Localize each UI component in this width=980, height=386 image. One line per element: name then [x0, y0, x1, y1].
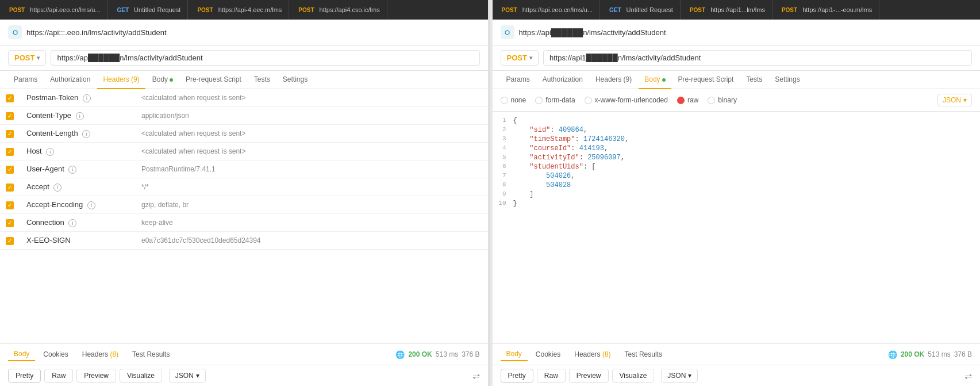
left-nav-tests[interactable]: Tests [248, 71, 276, 89]
right-tab-2[interactable]: GET Untitled Request [600, 0, 681, 20]
left-bottom-headers[interactable]: Headers (8) [76, 348, 124, 361]
row-checkbox-8[interactable]: ✓ [6, 237, 14, 245]
left-tab-3[interactable]: POST https://api-4.eec.m/lms [188, 0, 289, 20]
left-fmt-pretty[interactable]: Pretty [8, 369, 41, 383]
line-content-3: "timeStamp": 1724146320, [513, 135, 629, 143]
right-opt-none-label: none [511, 96, 526, 104]
right-tabs-bar: POST https://api.eeo.cn/lms/u... GET Unt… [493, 0, 981, 20]
info-icon-1[interactable]: i [76, 112, 84, 120]
row-checkbox-3[interactable]: ✓ [6, 148, 14, 156]
left-tab-4-method: POST [296, 6, 316, 14]
line-content-7: 504026, [513, 172, 575, 180]
left-status-ms: 513 ms [436, 350, 458, 358]
left-method-select[interactable]: POST ▾ [8, 50, 46, 66]
right-opt-urlencoded[interactable]: x-www-form-urlencoded [585, 96, 668, 104]
right-nav-headers[interactable]: Headers (9) [590, 71, 637, 89]
right-wrap-icon[interactable]: ⇌ [964, 370, 972, 381]
right-opt-raw[interactable]: raw [677, 96, 698, 104]
line-num-3: 3 [493, 135, 513, 142]
left-nav-pre-request[interactable]: Pre-request Script [180, 71, 247, 89]
info-icon-4[interactable]: i [68, 166, 76, 174]
table-row: ✓ Connection i keep-alive [0, 214, 488, 232]
left-bottom-cookies[interactable]: Cookies [37, 348, 74, 361]
code-line-10: 10 } [493, 199, 981, 208]
line-content-2: "sid": 409864, [513, 126, 588, 134]
left-nav-settings[interactable]: Settings [277, 71, 313, 89]
right-fmt-pretty[interactable]: Pretty [501, 369, 533, 383]
code-line-1: 1 { [493, 116, 981, 125]
left-request-bar: POST ▾ [0, 45, 488, 71]
left-fmt-visualize[interactable]: Visualize [120, 369, 162, 383]
right-tab-1[interactable]: POST https://api.eeo.cn/lms/u... [493, 0, 601, 20]
left-nav-authorization[interactable]: Authorization [44, 71, 96, 89]
right-json-select[interactable]: JSON ▾ [661, 369, 698, 383]
right-method-select[interactable]: POST ▾ [501, 50, 539, 66]
left-tab-2-method: GET [115, 6, 132, 14]
left-nav-headers[interactable]: Headers (9) [97, 71, 145, 89]
right-bottom-cookies[interactable]: Cookies [530, 348, 566, 361]
info-icon-6[interactable]: i [87, 201, 95, 209]
right-bottom-body[interactable]: Body [501, 347, 528, 361]
info-icon-2[interactable]: i [82, 130, 90, 138]
left-fmt-preview[interactable]: Preview [76, 369, 116, 383]
right-json-badge[interactable]: JSON ▾ [937, 94, 972, 106]
line-num-10: 10 [493, 200, 513, 207]
left-fmt-raw[interactable]: Raw [44, 369, 73, 383]
left-status-group: 🌐 200 OK 513 ms 376 B [395, 350, 479, 359]
info-icon-3[interactable]: i [46, 148, 54, 156]
table-row: ✓ Host i <calculated when request is sen… [0, 143, 488, 160]
code-line-7: 7 504026, [493, 171, 981, 181]
row-checkbox-6[interactable]: ✓ [6, 201, 14, 209]
left-globe-icon: 🌐 [395, 350, 405, 359]
right-nav-pre-request[interactable]: Pre-request Script [672, 71, 740, 89]
right-nav-tests[interactable]: Tests [740, 71, 768, 89]
row-checkbox-4[interactable]: ✓ [6, 166, 14, 174]
left-tab-2[interactable]: GET Untitled Request [108, 0, 189, 20]
right-opt-form-data[interactable]: form-data [535, 96, 575, 104]
left-bottom-body[interactable]: Body [8, 347, 35, 361]
table-row: ✓ User-Agent i PostmanRuntime/7.41.1 [0, 160, 488, 178]
row-checkbox-2[interactable]: ✓ [6, 130, 14, 138]
right-radio-none [501, 97, 508, 104]
row-checkbox-5[interactable]: ✓ [6, 184, 14, 192]
row-checkbox-1[interactable]: ✓ [6, 112, 14, 120]
right-nav-settings[interactable]: Settings [769, 71, 805, 89]
line-num-8: 8 [493, 181, 513, 188]
left-wrap-icon[interactable]: ⇌ [472, 370, 480, 381]
right-tab-4[interactable]: POST https://api1-...-eou.m/lms [773, 0, 879, 20]
table-row: ✓ Content-Length i <calculated when requ… [0, 125, 488, 143]
right-code-editor[interactable]: 1 { 2 "sid": 409864, 3 "timeStamp": 1724… [493, 112, 981, 343]
row-checkbox-7[interactable]: ✓ [6, 219, 14, 227]
left-json-select[interactable]: JSON ▾ [169, 369, 206, 383]
right-tab-4-method: POST [779, 6, 800, 14]
right-bottom-test-results[interactable]: Test Results [619, 348, 668, 361]
row-checkbox-0[interactable]: ✓ [6, 94, 14, 102]
left-url-input[interactable] [51, 50, 479, 66]
right-url-input[interactable] [543, 50, 972, 66]
left-nav-params[interactable]: Params [8, 71, 43, 89]
info-icon-5[interactable]: i [53, 184, 62, 192]
left-tab-1[interactable]: POST https://api.eeo.cn/lms/u... [0, 0, 108, 20]
right-opt-none[interactable]: none [501, 96, 526, 104]
code-line-3: 3 "timeStamp": 1724146320, [493, 135, 981, 144]
right-nav-authorization[interactable]: Authorization [537, 71, 589, 89]
right-fmt-raw[interactable]: Raw [537, 369, 566, 383]
right-fmt-visualize[interactable]: Visualize [612, 369, 655, 383]
left-tab-3-label: https://api-4.eec.m/lms [218, 6, 282, 13]
right-pane: POST https://api.eeo.cn/lms/u... GET Unt… [493, 0, 981, 386]
info-icon-0[interactable]: i [83, 94, 91, 102]
right-fmt-preview[interactable]: Preview [569, 369, 609, 383]
right-nav-body[interactable]: Body [639, 71, 671, 89]
right-opt-binary[interactable]: binary [708, 96, 737, 104]
right-nav-params[interactable]: Params [501, 71, 536, 89]
table-row: ✓ Accept-Encoding i gzip, deflate, br [0, 196, 488, 214]
right-bottom-headers[interactable]: Headers (8) [568, 348, 616, 361]
left-tab-4[interactable]: POST https://api4.cso.ic/lms [289, 0, 387, 20]
line-num-4: 4 [493, 144, 513, 151]
info-icon-7[interactable]: i [68, 219, 76, 227]
left-bottom-test-results[interactable]: Test Results [126, 348, 175, 361]
right-tab-3[interactable]: POST https://api1...lm/lms [681, 0, 773, 20]
left-nav-body[interactable]: Body [147, 71, 179, 89]
right-radio-binary [708, 97, 715, 104]
line-content-5: "activityId": 25096097, [513, 154, 625, 162]
